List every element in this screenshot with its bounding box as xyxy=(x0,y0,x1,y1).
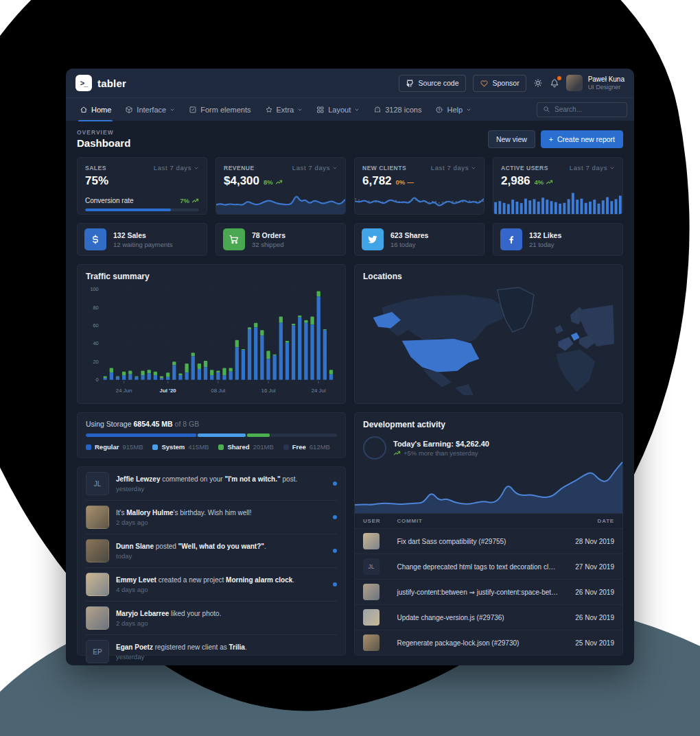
chevron-down-icon xyxy=(354,107,360,112)
activity-time: yesterday xyxy=(116,485,297,492)
nav-item-home[interactable]: Home xyxy=(73,98,118,121)
new-clients-label: NEW CLIENTS xyxy=(362,165,406,171)
active-users-card: ACTIVE USERS Last 7 days 2,986 4% xyxy=(493,157,623,215)
page-title: Dashboard xyxy=(77,137,130,149)
trend-up-icon xyxy=(393,450,401,456)
locations-card: Locations xyxy=(354,264,623,404)
nav-item-extra[interactable]: Extra xyxy=(258,98,310,121)
source-code-button[interactable]: Source code xyxy=(399,75,466,92)
commit-row[interactable]: Regenerate package-lock.json (#29730)25 … xyxy=(355,630,622,656)
nav-item-form-elements[interactable]: Form elements xyxy=(182,98,257,121)
commit-message: Change deprecated html tags to text deco… xyxy=(388,554,567,580)
stat-tile-132-likes: 132 Likes 21 today xyxy=(493,223,623,256)
legend-system: System415MB xyxy=(152,443,209,451)
chevron-down-icon xyxy=(297,107,303,112)
commit-date: 25 Nov 2019 xyxy=(567,630,622,656)
theme-toggle-sun-icon[interactable] xyxy=(533,78,543,88)
star-icon xyxy=(265,106,273,114)
avatar xyxy=(86,573,109,596)
tile-subtitle: 21 today xyxy=(529,241,561,248)
top-navbar: >_ tabler Source code Sponsor Paweł Kuna… xyxy=(66,69,634,97)
new-clients-delta: 0% xyxy=(396,178,406,186)
active-users-period-dropdown[interactable]: Last 7 days xyxy=(570,164,615,171)
storage-segment-shared xyxy=(247,434,270,437)
commit-avatar xyxy=(363,609,380,626)
activity-row[interactable]: Dunn Slane posted "Well, what do you wan… xyxy=(86,534,337,568)
activity-text: Emmy Levet created a new project Morning… xyxy=(116,575,294,585)
nav-item-layout[interactable]: Layout xyxy=(310,98,366,121)
map-africa xyxy=(557,350,596,392)
unread-dot xyxy=(333,549,337,553)
chevron-down-icon xyxy=(170,107,175,112)
heart-icon xyxy=(480,79,489,88)
facebook-icon xyxy=(500,228,522,250)
search-input[interactable] xyxy=(555,106,621,113)
legend-regular: Regular915MB xyxy=(86,443,143,451)
conversion-rate-value: 7% xyxy=(180,197,189,204)
revenue-card: REVENUE Last 7 days $4,300 8% xyxy=(215,157,346,215)
activity-time: 4 days ago xyxy=(116,586,294,593)
new-clients-value: 6,782 xyxy=(362,174,392,188)
active-users-barchart xyxy=(493,188,622,214)
commit-row[interactable]: JLChange deprecated html tags to text de… xyxy=(355,554,622,580)
search-box[interactable] xyxy=(537,102,627,117)
new-clients-period-dropdown[interactable]: Last 7 days xyxy=(431,164,476,171)
stat-tile-78-orders: 78 Orders 32 shipped xyxy=(215,223,346,256)
avatar xyxy=(86,606,109,630)
col-date: DATE xyxy=(567,514,622,529)
user-name: Paweł Kuna xyxy=(588,75,625,84)
activity-row[interactable]: JLJeffie Lewzey commented on your "I'm n… xyxy=(86,467,337,501)
activity-time: today xyxy=(116,552,266,560)
commit-row[interactable]: Update change-version.js (#29736)26 Nov … xyxy=(355,605,622,630)
revenue-sparkline xyxy=(216,188,345,214)
avatar-initials: JL xyxy=(86,472,109,495)
col-user: USER xyxy=(355,514,388,529)
new-view-button[interactable]: New view xyxy=(488,130,535,148)
sponsor-button[interactable]: Sponsor xyxy=(473,75,526,92)
create-report-button[interactable]: + Create new report xyxy=(541,130,623,148)
activity-row[interactable]: It's Mallory Hulme's birthday. Wish him … xyxy=(86,501,337,534)
earning-subtext: +5% more than yesterday xyxy=(393,449,489,457)
user-menu[interactable]: Paweł Kuna UI Designer xyxy=(566,75,625,91)
nav-item-3128-icons[interactable]: 3128 icons xyxy=(366,98,428,121)
commit-date: 27 Nov 2019 xyxy=(567,554,622,580)
storage-title: Using Storage 6854.45 MB of 8 GB xyxy=(86,420,337,428)
legend-swatch xyxy=(218,444,224,450)
brand[interactable]: >_ tabler xyxy=(75,75,126,91)
traffic-summary-card: Traffic summary 02040608010024 JunJul '2… xyxy=(77,264,346,404)
revenue-value: $4,300 xyxy=(224,174,259,188)
notifications-bell-icon[interactable] xyxy=(550,78,559,88)
page-pretitle: OVERVIEW xyxy=(77,129,130,136)
storage-used: 6854.45 MB xyxy=(133,420,172,428)
activity-row[interactable]: Emmy Levet created a new project Morning… xyxy=(86,568,337,602)
map-uk xyxy=(555,325,563,334)
tile-title: 132 Likes xyxy=(529,231,561,239)
commit-row[interactable]: Fix dart Sass compatibility (#29755)28 N… xyxy=(355,529,622,554)
svg-text:24 Jun: 24 Jun xyxy=(116,388,132,394)
nav-item-help[interactable]: Help xyxy=(428,98,478,121)
revenue-period-dropdown[interactable]: Last 7 days xyxy=(292,164,338,171)
activity-text: It's Mallory Hulme's birthday. Wish him … xyxy=(116,508,252,518)
map-usa xyxy=(402,339,480,372)
revenue-delta: 8% xyxy=(264,178,273,186)
commit-row[interactable]: justify-content:between ⇒ justify-conten… xyxy=(355,580,622,605)
plus-icon: + xyxy=(549,135,553,143)
map-germany xyxy=(571,333,580,341)
nav-item-interface[interactable]: Interface xyxy=(118,98,182,121)
avatar xyxy=(86,539,109,562)
legend-swatch xyxy=(283,444,289,450)
activity-text: Egan Poetz registered new client as Tril… xyxy=(116,643,247,652)
tabler-logo-icon: >_ xyxy=(75,75,92,91)
commits-table: USER COMMIT DATE Fix dart Sass compatibi… xyxy=(355,513,622,655)
chevron-down-icon xyxy=(466,107,471,112)
conversion-rate-label: Conversion rate xyxy=(85,197,134,204)
activity-row[interactable]: Maryjo Lebarree liked your photo. 2 days… xyxy=(86,602,337,635)
new-clients-sparkline xyxy=(355,188,484,214)
development-activity-title: Development activity xyxy=(363,420,614,429)
activity-time: 2 days ago xyxy=(116,519,252,526)
trend-up-icon xyxy=(191,198,199,204)
commit-message: Regenerate package-lock.json (#29730) xyxy=(388,630,567,656)
commit-avatar xyxy=(363,634,380,651)
activity-row[interactable]: EPEgan Poetz registered new client as Tr… xyxy=(86,635,337,665)
sales-period-dropdown[interactable]: Last 7 days xyxy=(154,164,199,171)
